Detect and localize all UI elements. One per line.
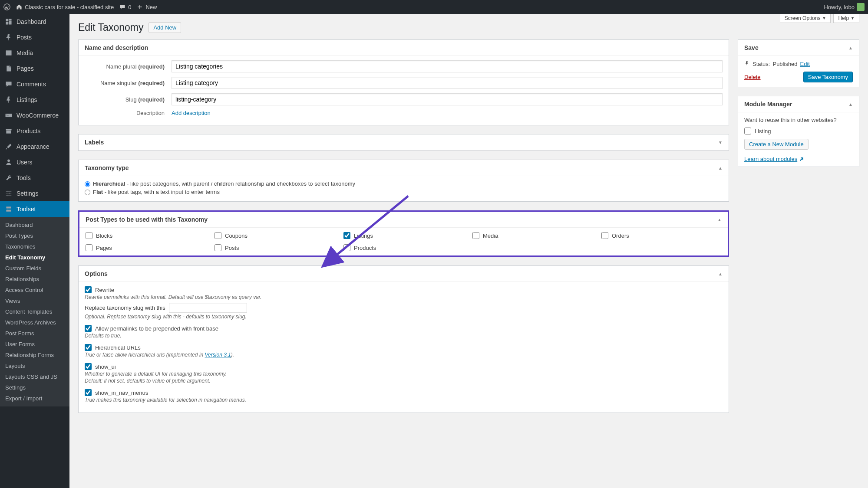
sidebar-item-tools[interactable]: Tools bbox=[0, 170, 69, 186]
comments-link[interactable]: 0 bbox=[119, 3, 131, 10]
user-greeting[interactable]: Howdy, lobo bbox=[824, 3, 865, 11]
post-type-products-checkbox[interactable] bbox=[343, 244, 350, 251]
sidebar-sub-layouts[interactable]: Layouts bbox=[0, 360, 69, 371]
labels-panel: Labels ▼ bbox=[78, 134, 729, 151]
post-type-orders-label: Orders bbox=[612, 233, 629, 239]
sidebar-item-posts[interactable]: Posts bbox=[0, 29, 69, 45]
slug-input[interactable] bbox=[172, 93, 723, 105]
post-type-posts[interactable]: Posts bbox=[215, 244, 335, 251]
sidebar-sub-custom-fields[interactable]: Custom Fields bbox=[0, 263, 69, 274]
panel-header[interactable]: Labels ▼ bbox=[79, 134, 729, 151]
post-type-media[interactable]: Media bbox=[472, 232, 593, 239]
sidebar-sub-wordpress-archives[interactable]: WordPress Archives bbox=[0, 317, 69, 328]
post-type-posts-checkbox[interactable] bbox=[215, 244, 221, 251]
sidebar-sub-user-forms[interactable]: User Forms bbox=[0, 339, 69, 350]
delete-link[interactable]: Delete bbox=[744, 74, 761, 80]
sidebar-sub-relationships[interactable]: Relationships bbox=[0, 274, 69, 285]
create-module-button[interactable]: Create a New Module bbox=[744, 139, 809, 150]
help-tab[interactable]: Help ▼ bbox=[833, 14, 859, 23]
post-type-products[interactable]: Products bbox=[343, 244, 464, 251]
archive-icon bbox=[4, 127, 13, 135]
add-description-link[interactable]: Add description bbox=[172, 110, 211, 116]
wp-logo[interactable] bbox=[3, 3, 10, 10]
sidebar-sub-settings[interactable]: Settings bbox=[0, 382, 69, 393]
add-new-button[interactable]: Add New bbox=[149, 22, 181, 33]
front-base-checkbox[interactable] bbox=[85, 325, 92, 332]
hier-urls-checkbox[interactable] bbox=[85, 344, 92, 351]
sidebar-sub-export-import[interactable]: Export / Import bbox=[0, 393, 69, 404]
sidebar-item-appearance[interactable]: Appearance bbox=[0, 139, 69, 154]
save-taxonomy-button[interactable]: Save Taxonomy bbox=[803, 72, 853, 82]
sidebar-item-comments[interactable]: Comments bbox=[0, 76, 69, 92]
version-link[interactable]: Version 3.1 bbox=[205, 352, 231, 358]
post-type-media-checkbox[interactable] bbox=[472, 232, 479, 239]
admin-bar: Classic cars for sale - classified site … bbox=[0, 0, 868, 14]
sidebar-item-label: Listings bbox=[17, 96, 37, 103]
new-content[interactable]: New bbox=[136, 3, 157, 10]
sidebar-sub-content-templates[interactable]: Content Templates bbox=[0, 306, 69, 317]
sidebar-item-users[interactable]: Users bbox=[0, 154, 69, 170]
sidebar-item-dashboard[interactable]: Dashboard bbox=[0, 14, 69, 29]
sidebar-item-label: Tools bbox=[17, 174, 31, 181]
module-prompt: Want to reuse this in other websites? bbox=[744, 117, 853, 123]
sidebar-sub-relationship-forms[interactable]: Relationship Forms bbox=[0, 350, 69, 360]
post-type-coupons[interactable]: Coupons bbox=[215, 232, 335, 239]
sidebar-item-products[interactable]: Products bbox=[0, 123, 69, 139]
flat-radio[interactable] bbox=[85, 190, 90, 195]
post-types-panel: Post Types to be used with this Taxonomy… bbox=[78, 210, 729, 257]
sidebar-item-settings[interactable]: Settings bbox=[0, 186, 69, 201]
panel-header[interactable]: Post Types to be used with this Taxonomy… bbox=[79, 212, 728, 228]
sidebar-sub-layouts-css-and-js[interactable]: Layouts CSS and JS bbox=[0, 371, 69, 382]
listing-module-checkbox[interactable] bbox=[744, 128, 751, 134]
save-panel: Save ▲ Status: Published Edit Delete Sav… bbox=[738, 39, 859, 87]
name-description-panel: Name and description Name plural (requir… bbox=[78, 39, 729, 125]
post-type-orders[interactable]: Orders bbox=[601, 232, 722, 239]
flat-text: Flat - like post tags, with a text input… bbox=[93, 189, 220, 195]
post-type-listings-checkbox[interactable] bbox=[343, 232, 350, 239]
sidebar-item-label: Users bbox=[17, 159, 33, 166]
sidebar-item-media[interactable]: Media bbox=[0, 45, 69, 61]
sidebar-item-toolset[interactable]: Toolset bbox=[0, 201, 69, 217]
panel-header[interactable]: Options ▲ bbox=[79, 266, 729, 282]
name-singular-input[interactable] bbox=[172, 77, 723, 89]
comment-icon bbox=[4, 80, 13, 88]
post-type-orders-checkbox[interactable] bbox=[601, 232, 608, 239]
sidebar-sub-edit-taxonomy[interactable]: Edit Taxonomy bbox=[0, 252, 69, 263]
sidebar-item-pages[interactable]: Pages bbox=[0, 61, 69, 76]
sidebar-sub-taxonomies[interactable]: Taxonomies bbox=[0, 241, 69, 252]
sidebar-sub-post-types[interactable]: Post Types bbox=[0, 230, 69, 241]
replace-slug-input[interactable] bbox=[169, 303, 247, 313]
post-type-pages-checkbox[interactable] bbox=[86, 244, 92, 251]
options-panel: Options ▲ Rewrite Rewrite permalinks wit… bbox=[78, 265, 729, 413]
post-type-blocks[interactable]: Blocks bbox=[86, 232, 206, 239]
status-label: Status: bbox=[752, 61, 770, 67]
post-type-coupons-checkbox[interactable] bbox=[215, 232, 221, 239]
sidebar-item-listings[interactable]: Listings bbox=[0, 92, 69, 108]
sidebar-sub-access-control[interactable]: Access Control bbox=[0, 285, 69, 295]
hierarchical-radio[interactable] bbox=[85, 181, 90, 187]
edit-status-link[interactable]: Edit bbox=[800, 61, 810, 67]
post-type-pages[interactable]: Pages bbox=[86, 244, 206, 251]
site-title[interactable]: Classic cars for sale - classified site bbox=[16, 3, 114, 10]
sidebar-sub-dashboard[interactable]: Dashboard bbox=[0, 219, 69, 230]
panel-header[interactable]: Module Manager ▲ bbox=[738, 96, 859, 112]
show-ui-checkbox[interactable] bbox=[85, 363, 92, 370]
panel-header[interactable]: Save ▲ bbox=[738, 40, 859, 56]
screen-options-tab[interactable]: Screen Options ▼ bbox=[780, 14, 831, 23]
post-type-blocks-checkbox[interactable] bbox=[86, 232, 92, 239]
post-type-pages-label: Pages bbox=[96, 245, 112, 251]
name-plural-input[interactable] bbox=[172, 60, 723, 72]
sidebar-sub-views[interactable]: Views bbox=[0, 295, 69, 306]
sliders-icon bbox=[4, 189, 13, 198]
hierarchical-text: Hierarchical - like post categories, wit… bbox=[93, 180, 355, 187]
panel-header[interactable]: Taxonomy type ▲ bbox=[79, 160, 729, 176]
sidebar-sub-post-forms[interactable]: Post Forms bbox=[0, 328, 69, 339]
sidebar-item-label: Comments bbox=[17, 81, 46, 88]
panel-header[interactable]: Name and description bbox=[79, 40, 729, 56]
sidebar-item-woocommerce[interactable]: WooCommerce bbox=[0, 108, 69, 123]
show-nav-checkbox[interactable] bbox=[85, 389, 92, 396]
front-base-label: Allow permalinks to be prepended with fr… bbox=[95, 325, 218, 332]
post-type-listings[interactable]: Listings bbox=[343, 232, 464, 239]
rewrite-checkbox[interactable] bbox=[85, 286, 92, 293]
learn-modules-link[interactable]: Learn about modules bbox=[744, 156, 804, 162]
